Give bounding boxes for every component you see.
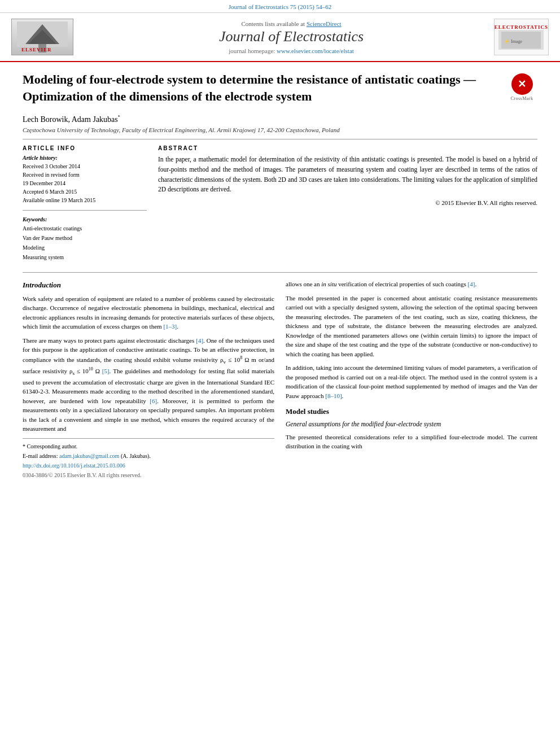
abstract-heading: ABSTRACT bbox=[158, 145, 537, 151]
keywords-label: Keywords: bbox=[23, 216, 147, 222]
doi-anchor[interactable]: http://dx.doi.org/10.1016/j.elstat.2015.… bbox=[23, 462, 125, 469]
abstract-column: ABSTRACT In the paper, a mathematic mode… bbox=[158, 145, 537, 267]
journal-header-center: Contents lists available at ScienceDirec… bbox=[85, 20, 498, 54]
article-title: Modeling of four-electrode system to det… bbox=[23, 71, 498, 104]
article-info-abstract: ARTICLE INFO Article history: Received 3… bbox=[23, 145, 537, 267]
intro-title: Introduction bbox=[23, 279, 274, 291]
email-link[interactable]: adam.jakubas@gmail.com bbox=[59, 453, 119, 459]
journal-header: ELSEVIER Contents lists available at Sci… bbox=[0, 13, 560, 62]
electrostatics-logo-box: ELECTROSTATICS ⚡ Image bbox=[494, 19, 549, 55]
keyword-3: Modeling bbox=[23, 243, 147, 252]
journal-homepage: journal homepage: www.elsevier.com/locat… bbox=[85, 47, 498, 54]
keyword-2: Van der Pauw method bbox=[23, 233, 147, 243]
article-history-group: Article history: Received 3 October 2014… bbox=[23, 155, 147, 204]
homepage-link[interactable]: www.elsevier.com/locate/elstat bbox=[277, 47, 354, 54]
ref-6: [6] bbox=[150, 397, 157, 404]
journal-header-right: ELECTROSTATICS ⚡ Image bbox=[498, 19, 549, 55]
elsevier-tree-svg: ELSEVIER bbox=[17, 21, 68, 53]
email-note: E-mail address: adam.jakubas@gmail.com (… bbox=[23, 452, 274, 460]
author1: Lech Borowik, bbox=[23, 115, 72, 124]
ref-4b: [4] bbox=[468, 281, 475, 287]
article-info-column: ARTICLE INFO Article history: Received 3… bbox=[23, 145, 147, 267]
footnote-divider bbox=[23, 438, 274, 442]
crossmark-x: ✕ bbox=[518, 78, 526, 90]
abstract-text: In the paper, a mathematic model for det… bbox=[158, 155, 537, 195]
main-content: Modeling of four-electrode system to det… bbox=[0, 62, 560, 485]
svg-text:⚡ Image: ⚡ Image bbox=[504, 38, 522, 44]
model-studies-sub: General assumptions for the modified fou… bbox=[286, 420, 537, 429]
ref-4: [4] bbox=[196, 337, 203, 344]
article-history-label: Article history: bbox=[23, 155, 147, 161]
electrostatics-icon: ⚡ Image bbox=[501, 32, 541, 49]
homepage-text: journal homepage: bbox=[229, 47, 277, 54]
abstract-copyright: © 2015 Elsevier B.V. All rights reserved… bbox=[158, 199, 537, 206]
journal-title: Journal of Electrostatics bbox=[85, 28, 498, 45]
corresponding-note: * Corresponding author. bbox=[23, 442, 274, 451]
section-divider-1 bbox=[23, 139, 537, 139]
elsevier-logo-image: ELSEVIER bbox=[11, 19, 73, 55]
keywords-list: Anti-electrostatic coatings Van der Pauw… bbox=[23, 224, 147, 262]
intro-para1: Work safety and operation of equipment a… bbox=[23, 294, 274, 331]
right-continuation: allows one an in situ verification of el… bbox=[286, 279, 537, 289]
author-names: Lech Borowik, Adam Jakubas* bbox=[23, 115, 120, 124]
model-studies-title: Model studies bbox=[286, 406, 537, 417]
crossmark-circle: ✕ bbox=[511, 73, 533, 95]
authors: Lech Borowik, Adam Jakubas* bbox=[23, 115, 537, 124]
keyword-4: Measuring system bbox=[23, 252, 147, 262]
email-suffix: (A. Jakubas). bbox=[121, 453, 151, 459]
revised-date: 19 December 2014 bbox=[23, 179, 147, 187]
body-col-right: allows one an in situ verification of el… bbox=[286, 279, 537, 479]
crossmark-logo: ✕ CrossMark bbox=[506, 73, 537, 101]
keyword-1: Anti-electrostatic coatings bbox=[23, 224, 147, 233]
model-studies-para: The presented theoretical considerations… bbox=[286, 433, 537, 451]
email-label: E-mail address: bbox=[23, 453, 59, 459]
accepted-date: Accepted 6 March 2015 bbox=[23, 187, 147, 196]
keywords-group: Keywords: Anti-electrostatic coatings Va… bbox=[23, 216, 147, 262]
top-bar: Journal of Electrostatics 75 (2015) 54–6… bbox=[0, 0, 560, 13]
doi-link[interactable]: http://dx.doi.org/10.1016/j.elstat.2015.… bbox=[23, 461, 274, 470]
received-date: Received 3 October 2014 bbox=[23, 162, 147, 171]
electrostatics-logo-text: ELECTROSTATICS bbox=[495, 24, 548, 30]
page: Journal of Electrostatics 75 (2015) 54–6… bbox=[0, 0, 560, 747]
contents-line: Contents lists available at ScienceDirec… bbox=[85, 20, 498, 27]
ref-1-3: [1–3] bbox=[163, 323, 177, 330]
author2: Adam Jakubas* bbox=[72, 115, 120, 124]
journal-citation: Journal of Electrostatics 75 (2015) 54–6… bbox=[229, 3, 331, 10]
article-info-heading: ARTICLE INFO bbox=[23, 145, 147, 151]
intro-para2: There are many ways to protect parts aga… bbox=[23, 336, 274, 434]
available-date: Available online 19 March 2015 bbox=[23, 196, 147, 204]
elsevier-logo-left: ELSEVIER bbox=[11, 19, 85, 55]
crossmark-label: CrossMark bbox=[510, 96, 533, 101]
issn-text: 0304-3886/© 2015 Elsevier B.V. All right… bbox=[23, 471, 274, 479]
ref-8-10: [8–10] bbox=[325, 392, 342, 399]
article-title-section: Modeling of four-electrode system to det… bbox=[23, 71, 537, 109]
sciencedirect-link[interactable]: ScienceDirect bbox=[307, 20, 342, 27]
section-divider-keywords bbox=[23, 210, 147, 211]
svg-text:ELSEVIER: ELSEVIER bbox=[21, 47, 52, 53]
section-divider-body bbox=[23, 272, 537, 273]
affiliation: Częstochowa University of Technology, Fa… bbox=[23, 126, 537, 133]
corresponding-label: * Corresponding author. bbox=[23, 443, 77, 449]
revised-label: Received in revised form bbox=[23, 171, 147, 179]
electrostatics-logo-img: ⚡ Image bbox=[498, 30, 544, 50]
ref-5: [5] bbox=[102, 368, 110, 374]
right-para2: In addition, taking into account the det… bbox=[286, 363, 537, 400]
right-para1: The model presented in the paper is conc… bbox=[286, 294, 537, 359]
body-columns: Introduction Work safety and operation o… bbox=[23, 279, 537, 479]
contents-text: Contents lists available at bbox=[241, 20, 306, 27]
body-col-left: Introduction Work safety and operation o… bbox=[23, 279, 274, 479]
